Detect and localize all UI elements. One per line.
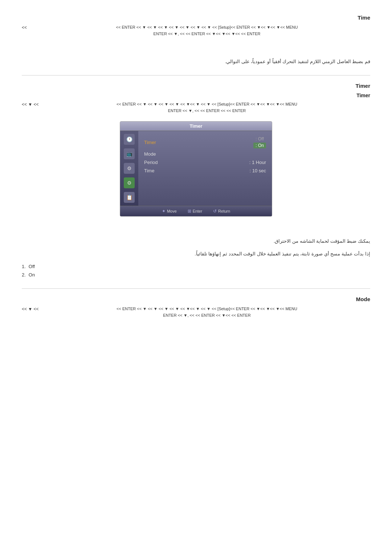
footer-btn-return[interactable]: ↺ Return: [213, 209, 230, 214]
divider-1: [22, 75, 370, 75]
list-item-on-label: On: [29, 272, 35, 278]
menu-icon-box[interactable]: 📺: [124, 148, 135, 159]
list-item-off-label: Off: [29, 264, 35, 269]
timer-row-label-mode: Mode: [144, 151, 170, 157]
timer-nav-row: << ▼ << << ENTER << ▼ << ▼ << ▼ << ▼ << …: [22, 101, 370, 114]
timer-sub-title: Timer: [22, 93, 370, 98]
enter-icon: ⊞: [188, 209, 191, 214]
timer-numbered-list: Off .1 On .2: [22, 264, 348, 278]
timer-nav-text: << ENTER << ▼ << ▼ << ▼ << ▼ << ▼<< ▼ <<…: [44, 101, 370, 114]
menu-icon-doc[interactable]: 📋: [124, 192, 135, 203]
time-nav-label: <<: [22, 24, 44, 30]
timer-time-value: : 10 sec: [249, 168, 266, 173]
timer-period-value: : 1 Hour: [249, 160, 266, 165]
time-title: Time: [22, 15, 370, 21]
footer-btn-enter[interactable]: ⊞ Enter: [188, 209, 202, 214]
mode-nav-label: << ▼ <<: [22, 306, 44, 312]
timer-row-period: Period : 1 Hour: [144, 158, 266, 167]
timer-nav-label: << ▼ <<: [22, 101, 44, 107]
time-nav-text: << ENTER << ▼ << ▼ << ▼ << ▼ << ▼ << ▼ <…: [44, 24, 370, 37]
list-item-on: On .2: [22, 272, 348, 278]
mode-title: Mode: [22, 296, 370, 302]
timer-menu-icons: 🕐 📺 ⚙ ⚙ 📋: [120, 131, 138, 206]
timer-row-label-time: Time: [144, 168, 170, 173]
return-icon: ↺: [213, 209, 217, 214]
section-mode: Mode << ▼ << << ENTER << ▼ << ▼ << ▼ << …: [22, 296, 370, 319]
timer-title: Timer: [22, 83, 370, 89]
timer-menu: Timer 🕐 📺 ⚙ ⚙ 📋 Timer : Off : On: [120, 121, 272, 217]
menu-icon-circle[interactable]: ⚙: [124, 163, 135, 174]
list-item-on-number: .2: [22, 272, 26, 278]
timer-option-on[interactable]: : On: [253, 143, 266, 148]
list-item-off: Off .1: [22, 264, 348, 269]
timer-menu-footer: ✦ Move ⊞ Enter ↺ Return: [120, 206, 272, 216]
timer-arabic-desc2: إذا بدأت عملية مسح أي صورة ثابتة، يتم تن…: [22, 251, 370, 257]
footer-btn-move[interactable]: ✦ Move: [162, 209, 177, 214]
time-arabic-desc: قم بضبط العاصل الزمني اللازم لتنفيذ التح…: [22, 59, 370, 64]
section-timer: Timer Timer << ▼ << << ENTER << ▼ << ▼ <…: [22, 83, 370, 278]
mode-nav-row: << ▼ << << ENTER << ▼ << ▼ << ▼ << ▼ << …: [22, 306, 370, 319]
timer-option-list: : Off : On: [253, 136, 266, 148]
divider-2: [22, 288, 370, 289]
section-time: Time << << ENTER << ▼ << ▼ << ▼ << ▼ << …: [22, 15, 370, 64]
timer-arabic-desc1: يمكنك ضبط المؤقت لحماية الشاشه من الاحتر…: [22, 238, 370, 244]
timer-row-label-period: Period: [144, 160, 170, 165]
timer-row-label-timer: Timer: [144, 140, 170, 145]
timer-row-timer: Timer : Off : On: [144, 135, 266, 150]
list-item-off-number: .1: [22, 264, 26, 269]
footer-btn-return-label: Return: [218, 209, 230, 213]
footer-btn-move-label: Move: [167, 209, 177, 213]
timer-menu-body: 🕐 📺 ⚙ ⚙ 📋 Timer : Off : On M: [120, 131, 272, 206]
move-icon: ✦: [162, 209, 166, 214]
timer-menu-content: Timer : Off : On Mode Period : 1 Hour: [138, 131, 272, 206]
time-nav-row: << << ENTER << ▼ << ▼ << ▼ << ▼ << ▼ << …: [22, 24, 370, 37]
menu-icon-gear[interactable]: ⚙: [124, 177, 135, 188]
timer-menu-title: Timer: [120, 122, 272, 131]
timer-row-mode: Mode: [144, 150, 266, 158]
timer-row-time: Time : 10 sec: [144, 167, 266, 175]
timer-option-off[interactable]: : Off: [253, 136, 266, 142]
mode-nav-text: << ENTER << ▼ << ▼ << ▼ << ▼ << ▼<< ▼ <<…: [44, 306, 370, 319]
menu-icon-clock[interactable]: 🕐: [124, 134, 135, 145]
footer-btn-enter-label: Enter: [193, 209, 202, 213]
